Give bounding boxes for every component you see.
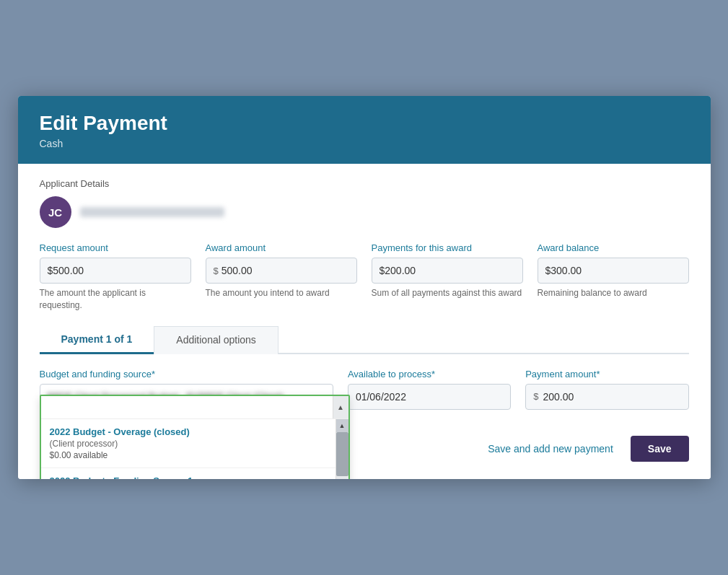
dropdown-list: 2022 Budget - Overage (closed) (Client p… xyxy=(41,419,336,479)
request-amount-label: Request amount xyxy=(40,242,191,253)
payments-award-field: Payments for this award Sum of all payme… xyxy=(372,242,523,312)
payments-award-label: Payments for this award xyxy=(372,242,523,253)
payment-amount-input[interactable] xyxy=(543,391,680,403)
payment-section: Budget and funding source* BBDF Client P… xyxy=(40,354,689,429)
available-label: Available to process* xyxy=(348,369,511,379)
award-balance-input[interactable] xyxy=(545,265,681,276)
award-balance-label: Award balance xyxy=(538,242,689,253)
request-amount-helper: The amount the applicant is requesting. xyxy=(40,287,191,312)
award-amount-input[interactable] xyxy=(222,265,349,276)
payment-amount-label: Payment amount* xyxy=(525,369,688,379)
payment-fields-row: Budget and funding source* BBDF Client P… xyxy=(40,369,689,410)
budget-field: Budget and funding source* BBDF Client P… xyxy=(40,369,333,410)
award-currency-symbol: $ xyxy=(214,265,219,276)
dropdown-item-1[interactable]: 2022 Budget - Funding Source 1 (Client p… xyxy=(41,468,336,479)
dropdown-item-0[interactable]: 2022 Budget - Overage (closed) (Client p… xyxy=(41,419,336,468)
award-balance-wrapper xyxy=(538,258,689,284)
award-balance-field: Award balance Remaining balance to award xyxy=(538,242,689,312)
amounts-row: Request amount The amount the applicant … xyxy=(40,242,689,312)
applicant-name-blurred xyxy=(80,207,224,217)
award-amount-helper: The amount you intend to award xyxy=(206,287,357,299)
award-amount-wrapper: $ xyxy=(206,258,357,284)
award-balance-helper: Remaining balance to award xyxy=(538,287,689,299)
payment-amount-field: Payment amount* $ xyxy=(525,369,688,410)
scrollbar-thumb xyxy=(336,432,348,476)
applicant-section-label: Applicant Details xyxy=(40,178,689,189)
scrollbar-track xyxy=(336,432,348,479)
award-amount-label: Award amount xyxy=(206,242,357,253)
tab-payment-1[interactable]: Payment 1 of 1 xyxy=(40,326,154,354)
save-button[interactable]: Save xyxy=(631,436,689,462)
applicant-row: JC xyxy=(40,196,689,228)
modal-title: Edit Payment xyxy=(40,112,689,135)
date-input-wrapper xyxy=(348,384,511,410)
dropdown-item-name-1: 2022 Budget - Funding Source 1 xyxy=(50,475,327,479)
payment-amount-wrapper: $ xyxy=(525,384,688,410)
modal-header: Edit Payment Cash xyxy=(18,96,711,164)
payments-award-input[interactable] xyxy=(380,265,515,276)
edit-payment-modal: Edit Payment Cash Applicant Details JC R… xyxy=(18,96,711,479)
dropdown-scroll-container: 2022 Budget - Overage (closed) (Client p… xyxy=(41,419,348,479)
modal-subtitle: Cash xyxy=(40,138,689,149)
request-amount-wrapper xyxy=(40,258,191,284)
tabs-row: Payment 1 of 1 Additional options xyxy=(40,326,689,354)
dropdown-scrollbar: ▲ ▼ xyxy=(336,419,348,479)
payment-currency-symbol: $ xyxy=(533,391,538,402)
dropdown-item-available-0: $0.00 available xyxy=(50,450,327,460)
tab-additional-options[interactable]: Additional options xyxy=(154,326,279,354)
dropdown-item-processor-0: (Client processor) xyxy=(50,439,327,449)
request-amount-field: Request amount The amount the applicant … xyxy=(40,242,191,312)
budget-dropdown: ▲ 2022 Budget - Overage (closed) (Client… xyxy=(40,395,350,479)
payments-award-wrapper xyxy=(372,258,523,284)
dropdown-scroll-up-btn[interactable]: ▲ xyxy=(333,396,348,418)
budget-label: Budget and funding source* xyxy=(40,369,333,379)
buttons-row: Save and add new payment Save xyxy=(479,436,688,462)
modal-body: Applicant Details JC Request amount The … xyxy=(18,164,711,479)
award-amount-field: Award amount $ The amount you intend to … xyxy=(206,242,357,312)
request-amount-input[interactable] xyxy=(48,265,183,276)
avatar: JC xyxy=(40,196,71,228)
dropdown-search-input[interactable] xyxy=(41,396,333,418)
dropdown-item-name-0: 2022 Budget - Overage (closed) xyxy=(50,426,327,437)
available-field: Available to process* xyxy=(348,369,511,410)
dropdown-search-row: ▲ xyxy=(41,396,348,419)
scrollbar-up[interactable]: ▲ xyxy=(336,419,348,432)
available-date-input[interactable] xyxy=(356,391,503,403)
save-add-button[interactable]: Save and add new payment xyxy=(479,437,622,460)
payments-award-helper: Sum of all payments against this award xyxy=(372,287,523,299)
